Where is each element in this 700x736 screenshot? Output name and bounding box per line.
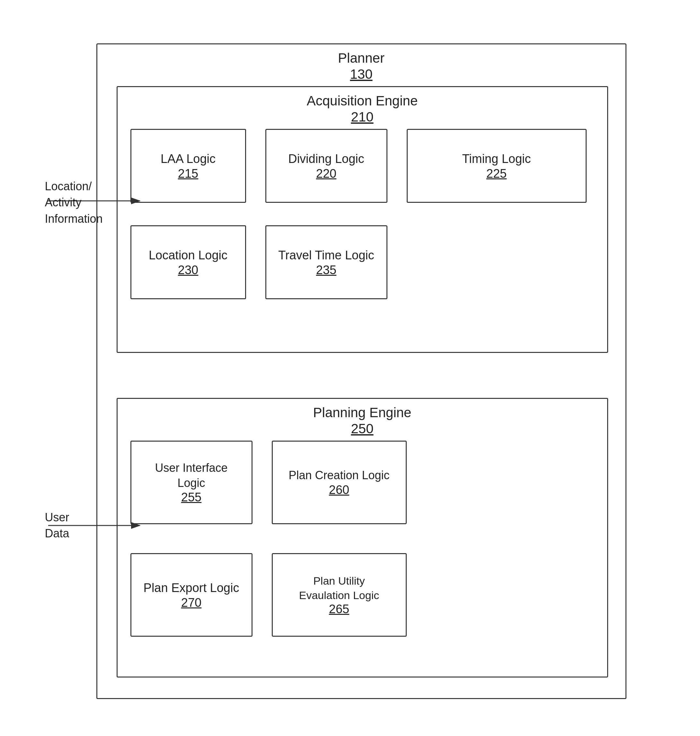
planning-engine-label: Planning Engine 250 (118, 405, 607, 437)
location-logic-box: Location Logic 230 (131, 225, 246, 299)
travel-time-logic-box: Travel Time Logic 235 (265, 225, 387, 299)
acquisition-engine-label: Acquisition Engine 210 (118, 93, 607, 125)
dividing-logic-box: Dividing Logic 220 (265, 129, 387, 203)
planner-label: Planner 130 (97, 50, 625, 82)
plan-utility-logic-box: Plan UtilityEvaulation Logic 265 (272, 553, 407, 637)
planning-engine-box: Planning Engine 250 User InterfaceLogic … (117, 398, 608, 677)
plan-creation-logic-box: Plan Creation Logic 260 (272, 441, 407, 524)
plan-export-logic-box: Plan Export Logic 270 (131, 553, 253, 637)
timing-logic-box: Timing Logic 225 (407, 129, 587, 203)
laa-logic-box: LAA Logic 215 (131, 129, 246, 203)
acquisition-engine-box: Acquisition Engine 210 LAA Logic 215 Div… (117, 86, 608, 353)
diagram-area: Location/ Activity Information User Data… (45, 31, 655, 705)
user-interface-logic-box: User InterfaceLogic 255 (131, 441, 253, 524)
planner-box: Planner 130 Acquisition Engine 210 LAA L… (96, 43, 626, 699)
user-data-label: User Data (45, 509, 87, 542)
page: Location/ Activity Information User Data… (0, 0, 700, 736)
location-activity-label: Location/ Activity Information (45, 178, 95, 227)
